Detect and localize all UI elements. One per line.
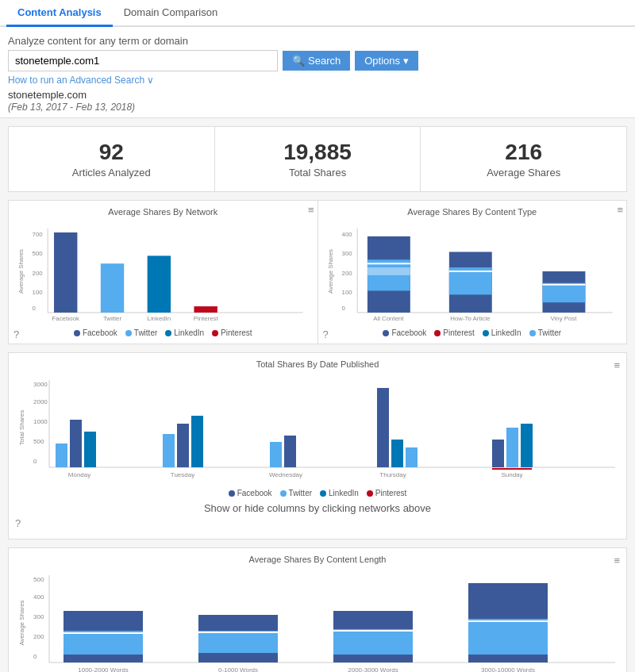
hint-text: Show or hide columns by clicking network… xyxy=(15,497,620,519)
tab-domain-comparison[interactable]: Domain Comparison xyxy=(113,0,229,27)
options-button[interactable]: Options ▾ xyxy=(355,51,418,71)
svg-text:LinkedIn: LinkedIn xyxy=(148,315,171,322)
svg-rect-50 xyxy=(177,424,189,467)
content-linkedin-label: LinkedIn xyxy=(491,328,521,337)
svg-text:3000: 3000 xyxy=(33,381,48,388)
svg-rect-46 xyxy=(70,420,82,467)
svg-rect-56 xyxy=(377,388,389,467)
svg-rect-78 xyxy=(198,631,278,653)
date-linkedin-dot xyxy=(320,490,326,497)
svg-rect-45 xyxy=(56,444,67,467)
legend-facebook[interactable]: Facebook xyxy=(74,328,117,337)
svg-text:0: 0 xyxy=(33,653,37,660)
svg-rect-82 xyxy=(333,629,413,655)
chart-length-menu-icon[interactable]: ≡ xyxy=(614,555,620,566)
svg-rect-58 xyxy=(406,447,418,467)
legend-content-pinterest[interactable]: Pinterest xyxy=(434,328,474,337)
date-facebook-label: Facebook xyxy=(237,489,272,497)
legend-pinterest[interactable]: Pinterest xyxy=(212,328,252,337)
svg-rect-8 xyxy=(54,232,77,313)
svg-text:400: 400 xyxy=(33,593,44,601)
chevron-down-icon: ▾ xyxy=(403,55,409,67)
legend-content-twitter[interactable]: Twitter xyxy=(529,328,561,337)
svg-text:500: 500 xyxy=(33,250,44,257)
svg-text:500: 500 xyxy=(33,438,44,445)
svg-text:0: 0 xyxy=(33,305,37,312)
chart-date-legend: Facebook Twitter LinkedIn Pinterest xyxy=(15,489,620,497)
stat-avg-shares-label: Average Shares xyxy=(429,167,618,179)
legend-date-pinterest[interactable]: Pinterest xyxy=(367,489,406,497)
legend-date-facebook[interactable]: Facebook xyxy=(229,489,272,497)
svg-text:300: 300 xyxy=(33,613,44,620)
options-btn-label: Options xyxy=(364,55,400,67)
chart-content-help-icon[interactable]: ? xyxy=(323,328,329,340)
svg-text:3000-10000 Words: 3000-10000 Words xyxy=(481,666,535,672)
search-icon: 🔍 xyxy=(292,55,305,67)
legend-content-facebook[interactable]: Facebook xyxy=(383,328,426,337)
svg-rect-54 xyxy=(284,436,296,467)
svg-text:Wednesday: Wednesday xyxy=(269,471,302,478)
legend-twitter[interactable]: Twitter xyxy=(125,328,157,337)
chart-shares-by-network-title: Average Shares By Network xyxy=(15,207,311,217)
svg-text:100: 100 xyxy=(341,289,352,296)
svg-text:Facebook: Facebook xyxy=(52,315,79,322)
date-twitter-label: Twitter xyxy=(289,489,312,497)
content-facebook-dot xyxy=(383,330,389,336)
svg-text:400: 400 xyxy=(341,231,352,238)
content-pinterest-label: Pinterest xyxy=(443,328,474,337)
search-area: Analyze content for any term or domain 🔍… xyxy=(0,27,635,118)
stat-articles-number: 92 xyxy=(17,140,206,165)
svg-text:500: 500 xyxy=(33,576,44,583)
date-linkedin-label: LinkedIn xyxy=(329,489,359,497)
legend-date-linkedin[interactable]: LinkedIn xyxy=(320,489,359,497)
advanced-link-text: How to run an Advanced Search xyxy=(8,75,144,86)
search-input[interactable] xyxy=(8,50,278,71)
stat-articles: 92 Articles Analyzed xyxy=(8,126,215,192)
content-linkedin-dot xyxy=(483,330,489,336)
legend-linkedin[interactable]: LinkedIn xyxy=(165,328,204,337)
stat-avg-shares-number: 216 xyxy=(429,140,618,165)
stat-articles-label: Articles Analyzed xyxy=(17,167,206,179)
stat-shares-number: 19,885 xyxy=(223,140,413,165)
svg-rect-47 xyxy=(84,432,96,467)
svg-rect-57 xyxy=(391,440,403,467)
chart-help-icon[interactable]: ? xyxy=(13,328,19,340)
chart-date-menu-icon[interactable]: ≡ xyxy=(614,359,620,371)
svg-text:0: 0 xyxy=(341,305,345,312)
tabs-container: Content Analysis Domain Comparison xyxy=(0,0,635,27)
chart-shares-by-content: Average Shares By Content Type ≡ Average… xyxy=(318,200,628,344)
domain-date-range: (Feb 13, 2017 - Feb 13, 2018) xyxy=(8,102,135,113)
stat-avg-shares: 216 Average Shares xyxy=(421,126,627,192)
svg-text:0: 0 xyxy=(33,458,37,465)
legend-content-linkedin[interactable]: LinkedIn xyxy=(483,328,521,337)
stat-shares-label: Total Shares xyxy=(223,167,413,179)
svg-rect-10 xyxy=(148,255,171,313)
date-pinterest-label: Pinterest xyxy=(375,489,406,497)
svg-rect-32 xyxy=(542,283,585,303)
chart-network-legend: Facebook Twitter LinkedIn Pinterest xyxy=(15,328,311,337)
chevron-down-icon-small: ∨ xyxy=(147,75,154,86)
svg-text:Average Shares: Average Shares xyxy=(17,249,25,294)
date-pinterest-dot xyxy=(367,490,373,497)
search-button[interactable]: 🔍 Search xyxy=(283,51,350,71)
chart-content-menu-icon[interactable]: ≡ xyxy=(617,204,623,216)
legend-date-twitter[interactable]: Twitter xyxy=(280,489,312,497)
tab-content-analysis[interactable]: Content Analysis xyxy=(6,0,113,27)
advanced-search-link[interactable]: How to run an Advanced Search ∨ xyxy=(8,75,154,86)
search-btn-label: Search xyxy=(308,55,341,67)
stats-row: 92 Articles Analyzed 19,885 Total Shares… xyxy=(8,126,627,192)
chart-content-legend: Facebook Pinterest LinkedIn Twitter xyxy=(325,328,621,337)
stat-shares: 19,885 Total Shares xyxy=(215,126,421,192)
svg-text:300: 300 xyxy=(341,250,352,257)
chart-date-help-icon[interactable]: ? xyxy=(15,517,21,529)
search-label: Analyze content for any term or domain xyxy=(8,35,627,47)
svg-text:200: 200 xyxy=(341,270,352,277)
svg-text:Pinterest: Pinterest xyxy=(194,315,219,322)
search-row: 🔍 Search Options ▾ xyxy=(8,50,627,71)
svg-text:Tuesday: Tuesday xyxy=(171,471,194,478)
date-facebook-dot xyxy=(229,490,235,497)
svg-text:Monday: Monday xyxy=(68,471,90,478)
linkedin-label: LinkedIn xyxy=(174,328,204,337)
chart-menu-icon[interactable]: ≡ xyxy=(308,204,314,216)
svg-text:200: 200 xyxy=(33,633,44,640)
